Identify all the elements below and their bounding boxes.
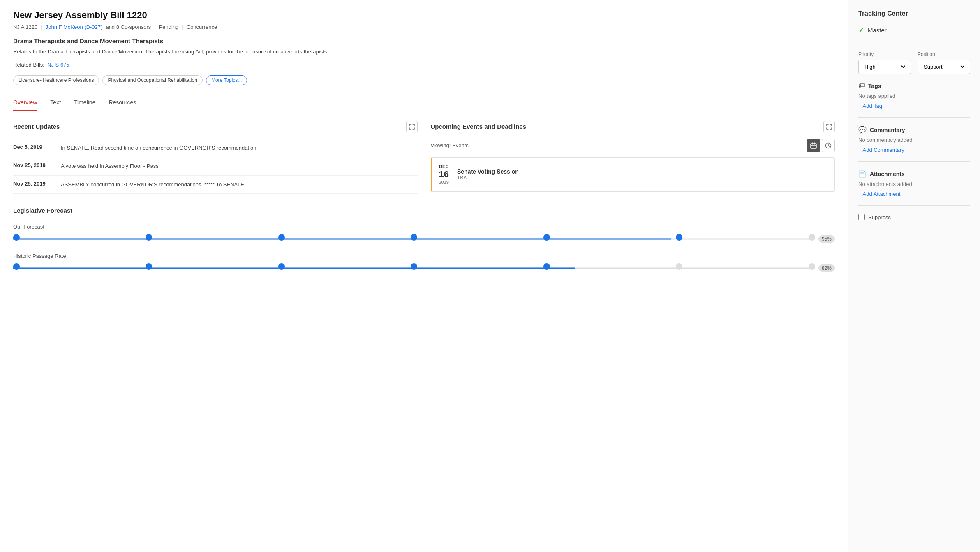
expand-icon (409, 124, 415, 130)
recent-updates-expand[interactable] (406, 121, 418, 132)
recent-updates-header: Recent Updates (13, 121, 418, 132)
tab-text[interactable]: Text (50, 95, 61, 111)
tag-icon: 🏷 (858, 82, 865, 90)
dot-1-0 (13, 234, 20, 241)
dot-2-4 (543, 263, 550, 270)
historic-pct: 82% (818, 264, 835, 272)
related-bill-link[interactable]: NJ S 675 (47, 62, 69, 68)
viewing-label: Viewing: Events (431, 142, 469, 148)
suppress-row: Suppress (858, 214, 970, 220)
tab-overview[interactable]: Overview (13, 95, 37, 111)
priority-label: Priority (858, 51, 911, 57)
add-commentary-link[interactable]: + Add Commentary (858, 147, 904, 153)
bill-status: Pending (159, 24, 179, 30)
dot-1-3 (411, 234, 417, 241)
tags-title: 🏷 Tags (858, 82, 970, 90)
priority-select[interactable]: High Medium Low (863, 63, 906, 70)
dot-1-4 (543, 234, 550, 241)
topic-tag-more[interactable]: More Topics... (206, 75, 247, 85)
event-month: DEC (439, 164, 449, 169)
view-buttons (807, 139, 835, 152)
bill-subtitle: Drama Therapists and Dance Movement Ther… (13, 37, 835, 44)
tags-section: 🏷 Tags No tags applied + Add Tag (858, 82, 970, 118)
historic-forecast-track: 82% (13, 264, 835, 272)
cosponsors: and 8 Co-sponsors (106, 24, 151, 30)
suppress-label: Suppress (868, 214, 891, 220)
priority-position-row: Priority High Medium Low Position Suppor… (858, 51, 970, 74)
topics-container: Licensure- Healthcare Professions Physic… (13, 75, 835, 85)
attachments-empty: No attachments added (858, 181, 970, 187)
update-date-2: Nov 25, 2019 (13, 181, 54, 189)
upcoming-events-col: Upcoming Events and Deadlines Viewing: E… (431, 121, 835, 194)
tab-timeline[interactable]: Timeline (74, 95, 95, 111)
upcoming-events-expand[interactable] (823, 121, 835, 132)
overview-two-col: Recent Updates Dec 5, 2019 In SENATE. Re… (13, 121, 835, 194)
bill-id: NJ A 1220 (13, 24, 37, 30)
track-dots-1 (13, 237, 815, 241)
topic-tag-0[interactable]: Licensure- Healthcare Professions (13, 75, 99, 85)
upcoming-events-title: Upcoming Events and Deadlines (431, 123, 527, 130)
tab-resources[interactable]: Resources (109, 95, 136, 111)
dot-2-2 (278, 263, 285, 270)
dot-1-1 (146, 234, 152, 241)
recent-updates-col: Recent Updates Dec 5, 2019 In SENATE. Re… (13, 121, 418, 194)
attachment-icon: 📄 (858, 170, 867, 178)
commentary-section: 💬 Commentary No commentary added + Add C… (858, 126, 970, 162)
tabs-bar: Overview Text Timeline Resources (13, 95, 835, 111)
our-forecast-line (13, 235, 815, 243)
list-view-btn[interactable] (822, 139, 835, 152)
attachments-section: 📄 Attachments No attachments added + Add… (858, 170, 970, 206)
clock-icon (825, 142, 832, 149)
tracking-center-sidebar: Tracking Center ✓ Master Priority High M… (848, 0, 980, 552)
commentary-title: 💬 Commentary (858, 126, 970, 134)
track-dots-2 (13, 267, 815, 270)
forecast-title: Legislative Forecast (13, 207, 835, 214)
bill-concurrence: Concurrence (187, 24, 217, 30)
commentary-label: Commentary (870, 127, 905, 133)
dot-2-1 (146, 263, 152, 270)
calendar-view-btn[interactable] (807, 139, 820, 152)
historic-label: Historic Passage Rate (13, 253, 835, 259)
dot-2-3 (411, 263, 417, 270)
bill-description: Relates to the Drama Therapists and Danc… (13, 48, 835, 56)
viewing-bar: Viewing: Events (431, 139, 835, 152)
recent-updates-title: Recent Updates (13, 123, 60, 130)
dot-2-6 (809, 263, 815, 270)
meta-divider-2: | (154, 24, 155, 30)
bill-meta: NJ A 1220 | John F McKeon (D-027) and 8 … (13, 24, 835, 30)
commentary-empty: No commentary added (858, 137, 970, 143)
event-location: TBA (457, 175, 519, 181)
commentary-icon: 💬 (858, 126, 867, 134)
suppress-checkbox[interactable] (858, 214, 865, 220)
topic-tag-1[interactable]: Physical and Occupational Rehabilitation (102, 75, 202, 85)
upcoming-events-header: Upcoming Events and Deadlines (431, 121, 835, 132)
legislative-forecast: Legislative Forecast Our Forecast 95% Hi… (13, 207, 835, 272)
dot-1-2 (278, 234, 285, 241)
event-card: DEC 16 2019 Senate Voting Session TBA (431, 157, 835, 192)
position-select[interactable]: Support Oppose Monitor Neutral (922, 63, 966, 70)
position-select-box[interactable]: Support Oppose Monitor Neutral (918, 60, 970, 74)
dot-1-5 (676, 234, 682, 241)
dot-1-6 (809, 234, 815, 241)
check-icon: ✓ (858, 26, 864, 35)
sponsor-link[interactable]: John F McKeon (D-027) (46, 24, 103, 30)
master-row: ✓ Master (858, 26, 970, 43)
add-tag-link[interactable]: + Add Tag (858, 103, 882, 109)
dot-2-0 (13, 263, 20, 270)
update-text-0: In SENATE. Read second time on concurren… (61, 144, 258, 152)
historic-forecast-line (13, 264, 815, 272)
our-forecast-label: Our Forecast (13, 224, 835, 230)
update-item-0: Dec 5, 2019 In SENATE. Read second time … (13, 139, 418, 158)
position-label: Position (918, 51, 970, 57)
update-date-1: Nov 25, 2019 (13, 162, 54, 170)
svg-rect-0 (811, 144, 816, 148)
related-bills-label: Related Bills: (13, 62, 44, 68)
add-attachment-link[interactable]: + Add Attachment (858, 191, 900, 197)
event-name: Senate Voting Session (457, 168, 519, 175)
priority-select-box[interactable]: High Medium Low (858, 60, 911, 74)
tracking-center-title: Tracking Center (858, 10, 970, 17)
bill-title: New Jersey Assembly Bill 1220 (13, 10, 835, 21)
attachments-title: 📄 Attachments (858, 170, 970, 178)
main-content: New Jersey Assembly Bill 1220 NJ A 1220 … (0, 0, 848, 552)
meta-divider-1: | (41, 24, 42, 30)
